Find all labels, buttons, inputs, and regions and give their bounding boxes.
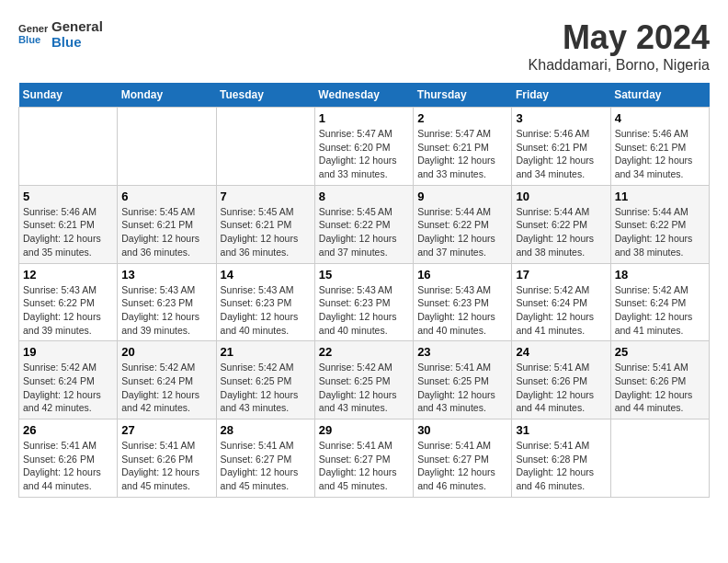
calendar-cell: 22Sunrise: 5:42 AM Sunset: 6:25 PM Dayli… [314, 341, 413, 419]
calendar-cell: 1Sunrise: 5:47 AM Sunset: 6:20 PM Daylig… [314, 108, 413, 186]
day-header-saturday: Saturday [610, 83, 709, 108]
day-number: 31 [516, 423, 606, 437]
calendar-cell: 25Sunrise: 5:41 AM Sunset: 6:26 PM Dayli… [610, 341, 709, 419]
day-info: Sunrise: 5:45 AM Sunset: 6:21 PM Dayligh… [121, 205, 211, 259]
day-number: 8 [319, 190, 409, 203]
calendar-cell: 21Sunrise: 5:42 AM Sunset: 6:25 PM Dayli… [216, 341, 314, 419]
day-number: 12 [23, 268, 113, 282]
day-info: Sunrise: 5:45 AM Sunset: 6:22 PM Dayligh… [319, 205, 409, 259]
calendar-cell: 8Sunrise: 5:45 AM Sunset: 6:22 PM Daylig… [314, 185, 413, 263]
calendar-cell: 16Sunrise: 5:43 AM Sunset: 6:23 PM Dayli… [414, 263, 512, 341]
day-number: 21 [221, 345, 311, 359]
day-info: Sunrise: 5:42 AM Sunset: 6:24 PM Dayligh… [615, 283, 705, 338]
calendar-cell: 3Sunrise: 5:46 AM Sunset: 6:21 PM Daylig… [512, 108, 610, 186]
calendar-cell: 20Sunrise: 5:42 AM Sunset: 6:24 PM Dayli… [118, 341, 216, 419]
day-info: Sunrise: 5:41 AM Sunset: 6:27 PM Dayligh… [319, 439, 409, 493]
day-number: 10 [516, 190, 606, 203]
svg-text:Blue: Blue [18, 34, 40, 45]
calendar-header-row: SundayMondayTuesdayWednesdayThursdayFrid… [19, 83, 710, 108]
day-info: Sunrise: 5:43 AM Sunset: 6:23 PM Dayligh… [221, 283, 311, 338]
week-row-4: 19Sunrise: 5:42 AM Sunset: 6:24 PM Dayli… [19, 341, 710, 419]
day-info: Sunrise: 5:41 AM Sunset: 6:26 PM Dayligh… [615, 361, 705, 415]
calendar-cell: 30Sunrise: 5:41 AM Sunset: 6:27 PM Dayli… [414, 419, 512, 498]
day-info: Sunrise: 5:45 AM Sunset: 6:21 PM Dayligh… [221, 205, 311, 259]
day-info: Sunrise: 5:46 AM Sunset: 6:21 PM Dayligh… [615, 127, 705, 181]
calendar-cell [118, 108, 216, 186]
day-info: Sunrise: 5:43 AM Sunset: 6:23 PM Dayligh… [417, 283, 507, 338]
day-info: Sunrise: 5:42 AM Sunset: 6:24 PM Dayligh… [121, 361, 211, 415]
subtitle: Khaddamari, Borno, Nigeria [529, 57, 710, 74]
day-info: Sunrise: 5:42 AM Sunset: 6:25 PM Dayligh… [319, 361, 409, 415]
day-info: Sunrise: 5:41 AM Sunset: 6:25 PM Dayligh… [417, 361, 507, 415]
day-number: 22 [319, 345, 409, 359]
week-row-5: 26Sunrise: 5:41 AM Sunset: 6:26 PM Dayli… [19, 419, 710, 498]
day-info: Sunrise: 5:42 AM Sunset: 6:24 PM Dayligh… [23, 361, 113, 415]
calendar-cell: 19Sunrise: 5:42 AM Sunset: 6:24 PM Dayli… [19, 341, 118, 419]
calendar-cell: 27Sunrise: 5:41 AM Sunset: 6:26 PM Dayli… [118, 419, 216, 498]
day-info: Sunrise: 5:44 AM Sunset: 6:22 PM Dayligh… [615, 205, 705, 259]
calendar-cell [216, 108, 314, 186]
day-header-sunday: Sunday [19, 83, 118, 108]
day-number: 16 [417, 268, 507, 282]
day-header-friday: Friday [512, 83, 610, 108]
day-header-monday: Monday [118, 83, 216, 108]
day-number: 28 [221, 423, 311, 437]
calendar-cell: 24Sunrise: 5:41 AM Sunset: 6:26 PM Dayli… [512, 341, 610, 419]
day-info: Sunrise: 5:43 AM Sunset: 6:23 PM Dayligh… [121, 283, 211, 338]
calendar-cell: 4Sunrise: 5:46 AM Sunset: 6:21 PM Daylig… [610, 108, 709, 186]
logo-icon: General Blue [18, 19, 48, 49]
calendar-cell: 10Sunrise: 5:44 AM Sunset: 6:22 PM Dayli… [512, 185, 610, 263]
day-info: Sunrise: 5:44 AM Sunset: 6:22 PM Dayligh… [516, 205, 606, 259]
calendar-cell [610, 419, 709, 498]
logo-line2: Blue [51, 34, 103, 50]
day-info: Sunrise: 5:41 AM Sunset: 6:27 PM Dayligh… [221, 439, 311, 493]
day-number: 4 [615, 111, 705, 125]
day-number: 19 [23, 345, 113, 359]
main-title: May 2024 [529, 18, 710, 57]
calendar-cell: 11Sunrise: 5:44 AM Sunset: 6:22 PM Dayli… [610, 185, 709, 263]
calendar-cell: 23Sunrise: 5:41 AM Sunset: 6:25 PM Dayli… [414, 341, 512, 419]
day-number: 29 [319, 423, 409, 437]
day-info: Sunrise: 5:43 AM Sunset: 6:22 PM Dayligh… [23, 283, 113, 338]
day-number: 23 [417, 345, 507, 359]
day-number: 26 [23, 423, 113, 437]
calendar-cell: 26Sunrise: 5:41 AM Sunset: 6:26 PM Dayli… [19, 419, 118, 498]
day-info: Sunrise: 5:41 AM Sunset: 6:27 PM Dayligh… [417, 439, 507, 493]
calendar-cell: 18Sunrise: 5:42 AM Sunset: 6:24 PM Dayli… [610, 263, 709, 341]
calendar-cell: 13Sunrise: 5:43 AM Sunset: 6:23 PM Dayli… [118, 263, 216, 341]
logo: General Blue General Blue [18, 18, 103, 50]
calendar-cell: 14Sunrise: 5:43 AM Sunset: 6:23 PM Dayli… [216, 263, 314, 341]
day-number: 24 [516, 345, 606, 359]
calendar-cell: 9Sunrise: 5:44 AM Sunset: 6:22 PM Daylig… [414, 185, 512, 263]
svg-text:General: General [18, 23, 48, 34]
calendar-cell: 28Sunrise: 5:41 AM Sunset: 6:27 PM Dayli… [216, 419, 314, 498]
calendar-cell: 15Sunrise: 5:43 AM Sunset: 6:23 PM Dayli… [314, 263, 413, 341]
day-number: 15 [319, 268, 409, 282]
day-number: 1 [319, 111, 409, 125]
calendar-cell [19, 108, 118, 186]
day-number: 18 [615, 268, 705, 282]
calendar-cell: 29Sunrise: 5:41 AM Sunset: 6:27 PM Dayli… [314, 419, 413, 498]
week-row-2: 5Sunrise: 5:46 AM Sunset: 6:21 PM Daylig… [19, 185, 710, 263]
day-info: Sunrise: 5:41 AM Sunset: 6:26 PM Dayligh… [121, 439, 211, 493]
day-number: 5 [23, 190, 113, 203]
day-info: Sunrise: 5:41 AM Sunset: 6:26 PM Dayligh… [516, 361, 606, 415]
day-number: 13 [121, 268, 211, 282]
calendar-cell: 31Sunrise: 5:41 AM Sunset: 6:28 PM Dayli… [512, 419, 610, 498]
calendar-table: SundayMondayTuesdayWednesdayThursdayFrid… [18, 83, 710, 498]
day-number: 27 [121, 423, 211, 437]
day-number: 17 [516, 268, 606, 282]
day-info: Sunrise: 5:47 AM Sunset: 6:21 PM Dayligh… [417, 127, 507, 181]
calendar-cell: 2Sunrise: 5:47 AM Sunset: 6:21 PM Daylig… [414, 108, 512, 186]
day-number: 20 [121, 345, 211, 359]
day-number: 11 [615, 190, 705, 203]
day-header-thursday: Thursday [414, 83, 512, 108]
day-info: Sunrise: 5:43 AM Sunset: 6:23 PM Dayligh… [319, 283, 409, 338]
calendar-cell: 17Sunrise: 5:42 AM Sunset: 6:24 PM Dayli… [512, 263, 610, 341]
day-number: 3 [516, 111, 606, 125]
day-info: Sunrise: 5:47 AM Sunset: 6:20 PM Dayligh… [319, 127, 409, 181]
day-info: Sunrise: 5:46 AM Sunset: 6:21 PM Dayligh… [516, 127, 606, 181]
day-number: 9 [417, 190, 507, 203]
day-info: Sunrise: 5:41 AM Sunset: 6:28 PM Dayligh… [516, 439, 606, 493]
day-info: Sunrise: 5:44 AM Sunset: 6:22 PM Dayligh… [417, 205, 507, 259]
